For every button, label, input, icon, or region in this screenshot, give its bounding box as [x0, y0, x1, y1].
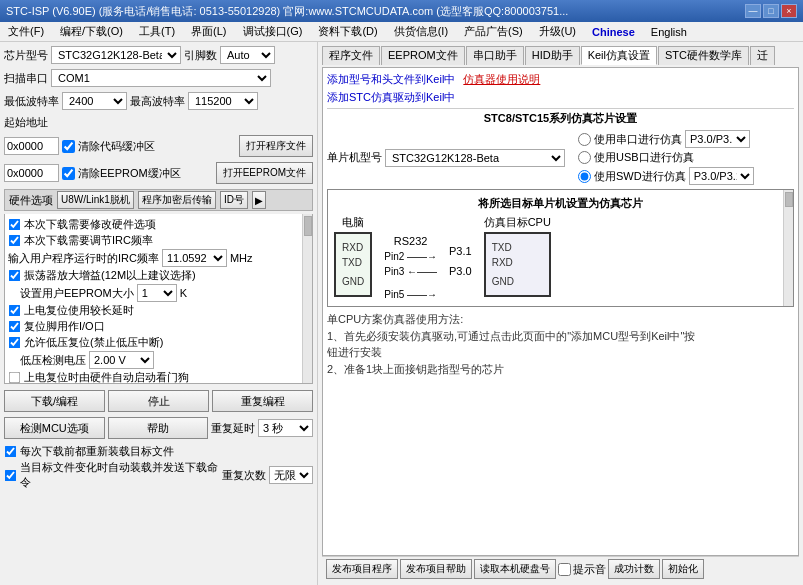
hw-opt-1-check[interactable]	[9, 219, 21, 231]
min-baud-select[interactable]: 2400	[62, 92, 127, 110]
clear-code-checkbox[interactable]	[62, 140, 75, 153]
sound-check[interactable]	[558, 563, 571, 576]
radio-swd[interactable]	[578, 170, 591, 183]
auto-send-check[interactable]	[5, 469, 17, 481]
menu-debug[interactable]: 调试接口(G)	[239, 23, 307, 40]
menu-tools[interactable]: 工具(T)	[135, 23, 179, 40]
lowv-select[interactable]: 2.00 V	[89, 351, 154, 369]
tab-prog-file[interactable]: 程序文件	[322, 46, 380, 65]
hw-opt-7-check[interactable]	[9, 321, 21, 333]
bottom-checks: 每次下载前都重新装载目标文件 当目标文件变化时自动装载并发送下载命令 重复次数 …	[4, 444, 313, 492]
menu-upgrade[interactable]: 升级(U)	[535, 23, 580, 40]
addr-row-2: 清除代码缓冲区 打开程序文件	[4, 135, 313, 157]
download-btn[interactable]: 下载/编程	[4, 390, 105, 412]
open-prog-file-btn[interactable]: 打开程序文件	[239, 135, 313, 157]
stop-btn[interactable]: 停止	[108, 390, 209, 412]
irc-freq-select[interactable]: 11.0592	[162, 249, 227, 267]
title-controls: — □ ×	[745, 4, 797, 18]
clear-eeprom-label: 清除EEPROM缓冲区	[78, 166, 181, 181]
retry-delay-label: 重复延时	[211, 421, 255, 436]
diagram-content: 电脑 RXD TXD GND RS232 Pin2 ——→ Pin3 ←——	[334, 215, 787, 300]
hw-opt-4: 振荡器放大增益(12M以上建议选择)	[8, 268, 309, 283]
start-addr-label: 起始地址	[4, 115, 48, 130]
pc-section: 电脑 RXD TXD GND	[334, 215, 372, 297]
p30-label: P3.0	[449, 265, 472, 277]
txd1-label: TXD	[342, 257, 364, 268]
max-baud-select[interactable]: 115200	[188, 92, 258, 110]
detect-btn[interactable]: 检测MCU选项	[4, 417, 105, 439]
keil-chip-select[interactable]: STC32G12K128-Beta	[385, 149, 565, 167]
title-bar: STC-ISP (V6.90E) (服务电话/销售电话: 0513-550129…	[0, 0, 803, 22]
hw-scrollbar[interactable]	[302, 214, 312, 383]
uart-port-select[interactable]: P3.0/P3.1	[685, 130, 750, 148]
chip-model-row: 单片机型号 STC32G12K128-Beta 使用串口进行仿真 P3.0/P3…	[327, 130, 794, 185]
chip-select[interactable]: STC32G12K128-Beta	[51, 46, 181, 64]
publish-help-btn[interactable]: 发布项目帮助	[400, 559, 472, 579]
hw-opt-6-label: 上电复位使用较长延时	[24, 303, 134, 318]
right-panel: 程序文件 EEPROM文件 串口助手 HID助手 Keil仿真设置 STC硬件数…	[318, 42, 803, 585]
menu-supply[interactable]: 供货信息(I)	[390, 23, 452, 40]
scan-port-select[interactable]: COM1	[51, 69, 271, 87]
menu-file[interactable]: 文件(F)	[4, 23, 48, 40]
menu-program[interactable]: 编程/下载(O)	[56, 23, 127, 40]
hw-opt-2: 本次下载需要调节IRC频率	[8, 233, 309, 248]
hw-tab1-btn[interactable]: U8W/Link1脱机	[57, 191, 134, 209]
reprogram-btn[interactable]: 重复编程	[212, 390, 313, 412]
addr1-input[interactable]	[4, 137, 59, 155]
auto-send-label: 当目标文件变化时自动装载并发送下载命令	[20, 460, 219, 490]
hw-tab2-btn[interactable]: 程序加密后传输	[138, 191, 216, 209]
tab-bar: 程序文件 EEPROM文件 串口助手 HID助手 Keil仿真设置 STC硬件数…	[322, 46, 799, 65]
lang-english[interactable]: English	[647, 25, 691, 39]
add-mcu-link[interactable]: 添加型号和头文件到Keil中	[327, 72, 455, 87]
pin-select[interactable]: Auto	[220, 46, 275, 64]
init-btn[interactable]: 初始化	[662, 559, 704, 579]
emulator-help-link[interactable]: 仿真器使用说明	[463, 72, 540, 87]
add-driver-link[interactable]: 添加STC仿真驱动到Keil中	[327, 91, 455, 103]
hw-opt-8-label: 允许低压复位(禁止低压中断)	[24, 335, 163, 350]
hw-opt-2-check[interactable]	[9, 235, 21, 247]
retry-count-select[interactable]: 无限	[269, 466, 313, 484]
maximize-button[interactable]: □	[763, 4, 779, 18]
hw-options-label: 硬件选项	[9, 193, 53, 208]
tab-hid[interactable]: HID助手	[525, 46, 580, 65]
tab-math-lib[interactable]: STC硬件数学库	[658, 46, 749, 65]
menu-ads[interactable]: 产品广告(S)	[460, 23, 527, 40]
diagram-scrollbar[interactable]	[783, 190, 793, 306]
minimize-button[interactable]: —	[745, 4, 761, 18]
retry-delay-select[interactable]: 3 秒	[258, 419, 313, 437]
read-disk-btn[interactable]: 读取本机硬盘号	[474, 559, 556, 579]
success-count-btn[interactable]: 成功计数	[608, 559, 660, 579]
pin5-label: Pin5 ——→	[384, 289, 437, 300]
auto-reload-check[interactable]	[5, 446, 17, 458]
addr2-input[interactable]	[4, 164, 59, 182]
menu-ui[interactable]: 界面(L)	[187, 23, 230, 40]
tab-more[interactable]: 迁	[750, 46, 775, 65]
hw-opt-3: 输入用户程序运行时的IRC频率 11.0592 MHz	[8, 249, 309, 267]
hw-scroll-right[interactable]: ▶	[252, 191, 266, 209]
baud-row: 最低波特率 2400 最高波特率 115200	[4, 92, 313, 110]
hw-tab3-btn[interactable]: ID号	[220, 191, 248, 209]
help-btn[interactable]: 帮助	[108, 417, 209, 439]
radio-usb[interactable]	[578, 151, 591, 164]
radio-uart[interactable]	[578, 133, 591, 146]
swd-port-select[interactable]: P3.0/P3.1	[689, 167, 754, 185]
sound-label: 提示音	[573, 562, 606, 577]
pin2-label: Pin2 ——→	[384, 251, 437, 262]
clear-eeprom-checkbox[interactable]	[62, 167, 75, 180]
hw-opt-4-check[interactable]	[9, 270, 21, 282]
open-eeprom-file-btn[interactable]: 打开EEPROM文件	[216, 162, 313, 184]
hw-opt-8-check[interactable]	[9, 337, 21, 349]
menu-download[interactable]: 资料下载(D)	[314, 23, 381, 40]
lang-chinese[interactable]: Chinese	[588, 25, 639, 39]
hw-opt-10-check[interactable]	[9, 372, 21, 384]
hw-opt-6-check[interactable]	[9, 305, 21, 317]
publish-prog-btn[interactable]: 发布项目程序	[326, 559, 398, 579]
close-button[interactable]: ×	[781, 4, 797, 18]
tab-serial[interactable]: 串口助手	[466, 46, 524, 65]
tab-eeprom-file[interactable]: EEPROM文件	[381, 46, 465, 65]
eeprom-size-select[interactable]: 1	[137, 284, 177, 302]
scan-port-label: 扫描串口	[4, 71, 48, 86]
cpu-label: 仿真目标CPU	[484, 215, 551, 230]
tab-keil[interactable]: Keil仿真设置	[581, 46, 657, 65]
rs232-section: RS232 Pin2 ——→ Pin3 ←—— Pin5 ——→	[384, 235, 437, 300]
